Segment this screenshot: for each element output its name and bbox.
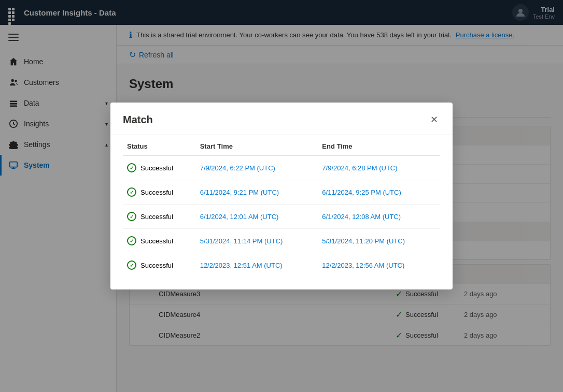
table-row: Successful 5/31/2024, 11:14 PM (UTC) 5/3… — [123, 229, 440, 253]
row-status-2: Successful — [123, 205, 196, 229]
modal-title: Match — [123, 114, 153, 126]
row-end-1: 6/11/2024, 9:25 PM (UTC) — [318, 180, 440, 205]
table-header-row: Status Start Time End Time — [123, 135, 440, 156]
table-row: Successful 6/11/2024, 9:21 PM (UTC) 6/11… — [123, 180, 440, 205]
row-start-3: 5/31/2024, 11:14 PM (UTC) — [196, 229, 318, 253]
match-modal: Match ✕ Status Start Time End Time Succe… — [110, 103, 453, 289]
row-end-2: 6/1/2024, 12:08 AM (UTC) — [318, 205, 440, 229]
row-status-1: Successful — [123, 180, 196, 205]
success-circle-2 — [127, 212, 136, 221]
success-circle-3 — [127, 236, 136, 245]
row-start-1: 6/11/2024, 9:21 PM (UTC) — [196, 180, 318, 205]
row-start-2: 6/1/2024, 12:01 AM (UTC) — [196, 205, 318, 229]
modal-overlay[interactable]: Match ✕ Status Start Time End Time Succe… — [0, 0, 563, 392]
modal-table: Status Start Time End Time Successful 7/… — [123, 135, 440, 277]
table-row: Successful 7/9/2024, 6:22 PM (UTC) 7/9/2… — [123, 156, 440, 180]
row-status-0: Successful — [123, 156, 196, 180]
row-start-0: 7/9/2024, 6:22 PM (UTC) — [196, 156, 318, 180]
table-row: Successful 12/2/2023, 12:51 AM (UTC) 12/… — [123, 253, 440, 278]
row-end-4: 12/2/2023, 12:56 AM (UTC) — [318, 253, 440, 278]
modal-body: Status Start Time End Time Successful 7/… — [110, 135, 453, 289]
col-status: Status — [123, 135, 196, 156]
row-start-4: 12/2/2023, 12:51 AM (UTC) — [196, 253, 318, 278]
row-end-0: 7/9/2024, 6:28 PM (UTC) — [318, 156, 440, 180]
col-end-time: End Time — [318, 135, 440, 156]
success-circle-0 — [127, 163, 136, 172]
success-circle-4 — [127, 260, 136, 270]
modal-close-button[interactable]: ✕ — [428, 113, 440, 126]
row-status-3: Successful — [123, 229, 196, 253]
success-circle-1 — [127, 187, 136, 197]
row-status-4: Successful — [123, 253, 196, 278]
col-start-time: Start Time — [196, 135, 318, 156]
modal-header: Match ✕ — [110, 103, 453, 135]
row-end-3: 5/31/2024, 11:20 PM (UTC) — [318, 229, 440, 253]
table-row: Successful 6/1/2024, 12:01 AM (UTC) 6/1/… — [123, 205, 440, 229]
